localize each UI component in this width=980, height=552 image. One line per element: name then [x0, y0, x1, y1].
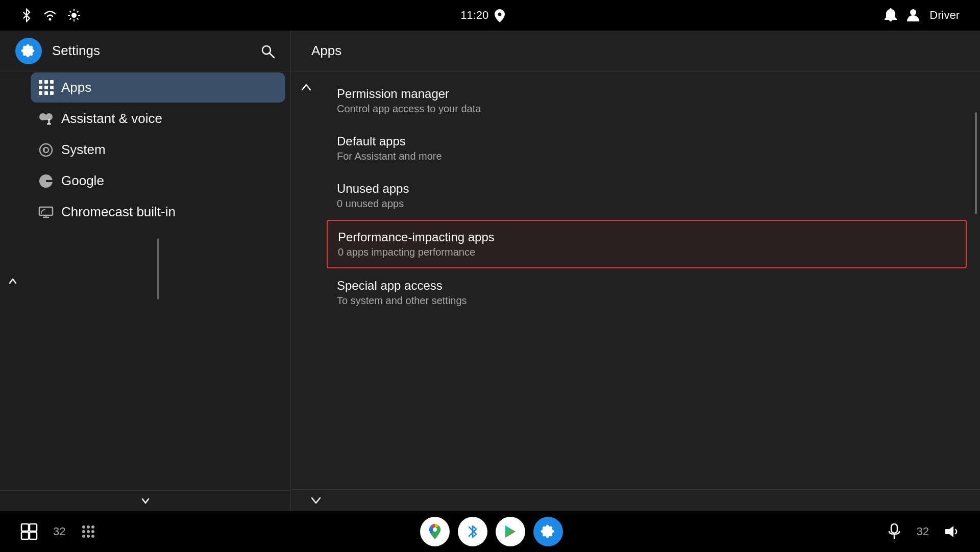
- taskbar-app-maps[interactable]: [420, 517, 450, 546]
- svg-point-6: [71, 13, 77, 18]
- sidebar-item-label-chromecast: Chromecast built-in: [61, 204, 176, 220]
- menu-item-unused-apps[interactable]: Unused apps 0 unused apps: [327, 172, 967, 219]
- svg-point-34: [87, 525, 90, 529]
- svg-rect-30: [30, 524, 37, 531]
- sidebar-item-assistant[interactable]: Assistant & voice: [31, 104, 285, 134]
- taskbar-apps-button[interactable]: [81, 524, 96, 539]
- main-area: Settings: [0, 31, 980, 511]
- content-menu-list: Permission manager Control app access to…: [322, 71, 972, 489]
- svg-rect-46: [891, 524, 897, 533]
- menu-item-default-apps[interactable]: Default apps For Assistant and more: [327, 125, 967, 171]
- taskbar-left: 32: [20, 523, 96, 540]
- sidebar-item-google[interactable]: Google: [31, 166, 285, 196]
- svg-point-40: [87, 535, 90, 538]
- svg-line-14: [70, 18, 71, 20]
- svg-point-41: [91, 535, 94, 538]
- sidebar-title: Settings: [52, 43, 251, 59]
- location-icon: [495, 8, 505, 22]
- menu-item-subtitle-special-access: To system and other settings: [337, 295, 946, 307]
- sidebar-item-label-apps: Apps: [61, 80, 91, 95]
- menu-item-special-access[interactable]: Special app access To system and other s…: [327, 269, 967, 316]
- menu-item-performance-apps[interactable]: Performance-impacting apps 0 apps impact…: [327, 220, 967, 268]
- taskbar-app-settings[interactable]: [533, 517, 563, 546]
- svg-point-15: [498, 12, 502, 16]
- menu-item-title-permission-manager: Permission manager: [337, 87, 946, 101]
- svg-marker-44: [505, 525, 516, 538]
- content-scroll-indicator: [975, 112, 977, 214]
- user-label: Driver: [929, 9, 960, 22]
- content-body: Permission manager Control app access to…: [291, 71, 980, 489]
- brightness-icon: [67, 9, 81, 22]
- menu-item-subtitle-permission-manager: Control app access to your data: [337, 103, 946, 115]
- content-panel: Apps Permission manager Control app acce…: [291, 31, 980, 511]
- content-scroll-up-button[interactable]: [291, 71, 322, 489]
- taskbar-right: 32: [887, 523, 960, 540]
- wifi-icon: [43, 10, 57, 21]
- sidebar-item-label-google: Google: [61, 173, 104, 189]
- menu-item-subtitle-unused-apps: 0 unused apps: [337, 198, 946, 210]
- svg-point-39: [82, 535, 85, 538]
- sidebar-nav: Apps Assistant & voice: [26, 71, 290, 490]
- content-title: Apps: [311, 43, 341, 59]
- google-icon: [31, 173, 61, 189]
- menu-item-subtitle-performance-apps: 0 apps impacting performance: [338, 246, 945, 258]
- sidebar: Settings: [0, 31, 291, 511]
- notification-icon: [885, 8, 897, 22]
- svg-rect-29: [21, 524, 29, 531]
- svg-point-36: [82, 530, 85, 533]
- sidebar-item-label-system: System: [61, 142, 106, 158]
- menu-item-title-unused-apps: Unused apps: [337, 182, 946, 196]
- taskbar-center: [420, 517, 563, 546]
- volume-button[interactable]: [944, 524, 960, 539]
- user-icon: [907, 8, 919, 22]
- taskbar-app-play[interactable]: [496, 517, 525, 546]
- svg-point-38: [91, 530, 94, 533]
- status-center: 11:20: [460, 8, 505, 22]
- svg-rect-31: [21, 532, 29, 539]
- assistant-icon: [31, 112, 61, 126]
- taskbar-right-num: 32: [917, 525, 929, 538]
- taskbar-left-num: 32: [53, 525, 65, 538]
- status-left: [20, 8, 81, 22]
- taskbar: 32: [0, 511, 980, 552]
- svg-text:i: i: [44, 146, 45, 154]
- sidebar-item-apps[interactable]: Apps: [31, 72, 285, 103]
- svg-point-33: [82, 525, 85, 529]
- window-button[interactable]: [20, 523, 38, 540]
- svg-point-42: [433, 528, 437, 532]
- content-expand-button[interactable]: [310, 495, 322, 506]
- chromecast-icon: [31, 206, 61, 218]
- search-button[interactable]: [261, 43, 275, 59]
- svg-point-35: [91, 525, 94, 529]
- content-header: Apps: [291, 31, 980, 71]
- status-bar: 11:20 Driver: [0, 0, 980, 31]
- svg-point-23: [40, 144, 52, 156]
- sidebar-header: Settings: [0, 31, 290, 71]
- settings-icon-circle: [15, 38, 42, 64]
- sidebar-expand-button[interactable]: [140, 496, 151, 506]
- sidebar-item-system[interactable]: i System: [31, 135, 285, 165]
- svg-line-12: [77, 18, 79, 20]
- svg-rect-32: [30, 532, 37, 539]
- svg-point-16: [910, 9, 916, 15]
- taskbar-app-bluetooth[interactable]: [458, 517, 487, 546]
- menu-item-permission-manager[interactable]: Permission manager Control app access to…: [327, 78, 967, 124]
- microphone-button[interactable]: [887, 523, 901, 540]
- svg-line-18: [270, 53, 274, 58]
- sidebar-item-chromecast[interactable]: Chromecast built-in: [31, 197, 285, 227]
- system-icon: i: [31, 143, 61, 157]
- svg-line-11: [70, 11, 71, 13]
- status-right: Driver: [885, 8, 960, 22]
- menu-item-title-default-apps: Default apps: [337, 134, 946, 148]
- sidebar-collapse-button[interactable]: [0, 71, 26, 490]
- sidebar-scroll-indicator: [157, 238, 159, 299]
- menu-item-title-performance-apps: Performance-impacting apps: [338, 230, 945, 244]
- svg-point-5: [49, 18, 52, 21]
- svg-line-13: [77, 11, 79, 13]
- svg-rect-26: [39, 207, 53, 215]
- svg-point-37: [87, 530, 90, 533]
- time-display: 11:20: [460, 9, 488, 22]
- menu-item-title-special-access: Special app access: [337, 279, 946, 293]
- sidebar-item-label-assistant: Assistant & voice: [61, 111, 162, 127]
- menu-item-subtitle-default-apps: For Assistant and more: [337, 150, 946, 162]
